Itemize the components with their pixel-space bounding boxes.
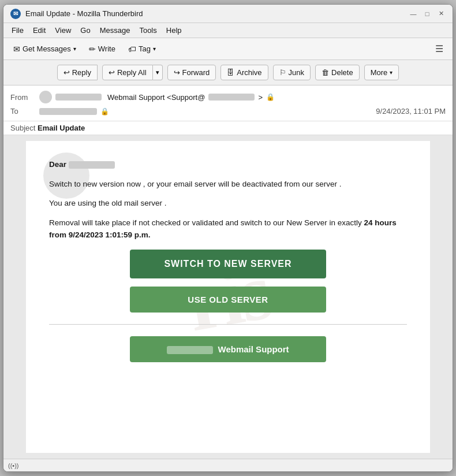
title-bar: ✉ Email Update - Mozilla Thunderbird — □… xyxy=(3,5,453,23)
recipient-name-blurred xyxy=(69,161,115,169)
from-row: From Webmail Support <Support@ > 🔒 xyxy=(10,89,446,105)
close-button[interactable]: ✕ xyxy=(436,9,446,18)
reply-all-group: ↩ Reply All ▾ xyxy=(102,65,163,80)
webmail-support-label: Webmail Support xyxy=(218,344,289,354)
reply-all-button[interactable]: ↩ Reply All xyxy=(102,65,153,80)
para3-prefix: Removal will take place if not checked o… xyxy=(49,218,364,227)
reply-label: Reply xyxy=(72,68,91,77)
email-header: From Webmail Support <Support@ > 🔒 To 🔒 … xyxy=(3,85,453,121)
sender-name-blurred xyxy=(55,94,102,101)
email-date: 9/24/2023, 11:01 PM xyxy=(376,107,446,116)
menu-edit[interactable]: Edit xyxy=(29,25,49,36)
security-icon: 🔒 xyxy=(266,93,275,101)
subject-label: Subject xyxy=(10,124,35,132)
paragraph-1: Switch to new version now , or your emai… xyxy=(49,178,407,191)
email-content: Dear Switch to new version now , or your… xyxy=(49,158,407,362)
app-icon: ✉ xyxy=(10,9,21,19)
get-messages-button[interactable]: ✉ Get Messages ▾ xyxy=(8,42,81,57)
maximize-button[interactable]: □ xyxy=(423,9,432,18)
get-messages-label: Get Messages xyxy=(23,44,71,53)
menu-bar: File Edit View Go Message Tools Help xyxy=(3,23,453,38)
reply-group: ↩ Reply xyxy=(57,65,98,80)
menu-go[interactable]: Go xyxy=(77,25,94,36)
status-bar: ((•)) xyxy=(3,459,453,471)
junk-label: Junk xyxy=(289,68,304,77)
reply-icon: ↩ xyxy=(63,68,70,77)
action-bar: ↩ Reply ↩ Reply All ▾ ↪ Forward 🗄 Archiv… xyxy=(3,60,453,85)
get-messages-arrow-icon: ▾ xyxy=(73,46,76,52)
reply-all-dropdown[interactable]: ▾ xyxy=(153,65,163,80)
to-security-icon: 🔒 xyxy=(100,107,109,116)
reply-all-label: Reply All xyxy=(117,68,147,77)
archive-button[interactable]: 🗄 Archive xyxy=(220,65,268,80)
switch-to-new-server-button[interactable]: SWITCH TO NEW SERVER xyxy=(130,250,326,278)
sender-display: Webmail Support <Support@ xyxy=(107,93,205,102)
paragraph-3: Removal will take place if not checked o… xyxy=(49,217,407,241)
tag-icon: 🏷 xyxy=(128,44,136,54)
angle-bracket: > xyxy=(258,93,263,102)
menu-message[interactable]: Message xyxy=(96,25,134,36)
dear-text: Dear xyxy=(49,160,66,169)
minimize-button[interactable]: — xyxy=(409,9,418,18)
archive-label: Archive xyxy=(237,68,261,77)
compose-button[interactable]: ✏ Write xyxy=(84,42,121,57)
connection-icon: ((•)) xyxy=(8,462,19,469)
get-messages-icon: ✉ xyxy=(13,44,20,54)
reply-button[interactable]: ↩ Reply xyxy=(57,65,98,80)
divider xyxy=(49,324,407,325)
compose-label: Write xyxy=(98,44,115,53)
more-group: More ▾ xyxy=(364,65,399,80)
greeting-para: Dear xyxy=(49,158,407,171)
to-value: 🔒 xyxy=(39,107,376,116)
tag-label: Tag xyxy=(139,44,151,53)
menu-help[interactable]: Help xyxy=(163,25,185,36)
tag-arrow-icon: ▾ xyxy=(153,46,156,52)
to-row: To 🔒 9/24/2023, 11:01 PM xyxy=(10,105,446,117)
sender-avatar xyxy=(39,91,52,103)
more-button[interactable]: More ▾ xyxy=(364,65,399,80)
paragraph-2: You are using the old mail server . xyxy=(49,197,407,210)
from-label: From xyxy=(10,93,39,102)
compose-icon: ✏ xyxy=(89,44,96,54)
menu-tools[interactable]: Tools xyxy=(136,25,160,36)
support-logo-blurred xyxy=(167,346,213,354)
thunderbird-window: ✉ Email Update - Mozilla Thunderbird — □… xyxy=(3,4,453,472)
main-toolbar: ✉ Get Messages ▾ ✏ Write 🏷 Tag ▾ ☰ xyxy=(3,38,453,60)
email-body: ris Dear Switch to new version now , or … xyxy=(26,141,430,453)
delete-icon: 🗑 xyxy=(322,68,329,77)
reply-all-icon: ↩ xyxy=(109,68,115,77)
subject-value: Email Update xyxy=(38,124,85,132)
window-title: Email Update - Mozilla Thunderbird xyxy=(25,9,409,18)
window-controls: — □ ✕ xyxy=(409,9,446,18)
more-arrow-icon: ▾ xyxy=(390,69,393,76)
hamburger-button[interactable]: ☰ xyxy=(431,41,448,57)
more-label: More xyxy=(371,68,388,77)
from-value: Webmail Support <Support@ > 🔒 xyxy=(39,91,446,103)
tag-button[interactable]: 🏷 Tag ▾ xyxy=(123,42,161,57)
forward-button[interactable]: ↪ Forward xyxy=(167,65,216,80)
use-old-server-button[interactable]: USE OLD SERVER xyxy=(130,287,326,313)
archive-icon: 🗄 xyxy=(227,68,234,77)
subject-row: Subject Email Update xyxy=(3,121,453,135)
sender-email-blurred xyxy=(208,94,255,101)
to-label: To xyxy=(10,107,39,116)
webmail-support-button[interactable]: Webmail Support xyxy=(130,336,326,362)
delete-button[interactable]: 🗑 Delete xyxy=(315,65,360,80)
delete-label: Delete xyxy=(331,68,353,77)
junk-icon: ⚐ xyxy=(279,68,286,77)
menu-view[interactable]: View xyxy=(51,25,74,36)
forward-icon: ↪ xyxy=(174,68,180,77)
junk-button[interactable]: ⚐ Junk xyxy=(273,65,311,80)
email-body-container: ris Dear Switch to new version now , or … xyxy=(3,135,453,459)
recipient-blurred xyxy=(39,108,97,115)
forward-label: Forward xyxy=(182,68,210,77)
menu-file[interactable]: File xyxy=(8,25,27,36)
